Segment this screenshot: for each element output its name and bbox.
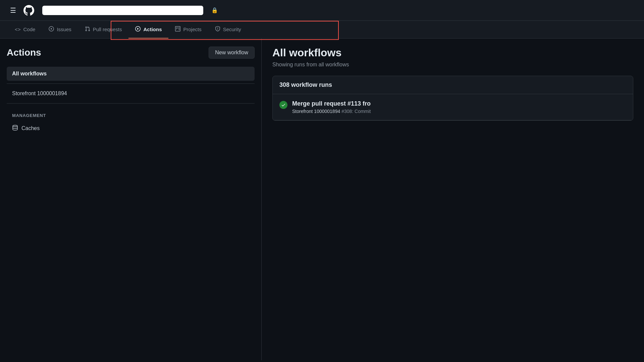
projects-icon <box>175 26 180 33</box>
right-panel-subtitle: Showing runs from all workflows <box>272 62 633 68</box>
tab-projects-label: Projects <box>183 26 201 32</box>
nav-tabs: <> Code Issues Pull requests Actions Pro… <box>0 21 644 39</box>
github-logo <box>23 5 34 16</box>
caches-icon <box>12 125 18 132</box>
tab-issues[interactable]: Issues <box>42 21 78 39</box>
right-panel: All workflows Showing runs from all work… <box>262 39 644 360</box>
main-content: Actions New workflow All workflows Store… <box>0 39 644 360</box>
new-workflow-button[interactable]: New workflow <box>209 47 255 59</box>
run-status-success-icon <box>279 101 287 109</box>
run-subtitle-rest: #308: Commit <box>341 109 371 114</box>
workflow-runs-card: 308 workflow runs Merge pull request #11… <box>272 76 633 121</box>
tab-projects[interactable]: Projects <box>168 21 208 39</box>
issues-icon <box>49 26 54 33</box>
sidebar-divider-2 <box>7 103 255 104</box>
run-info: Merge pull request #113 fro Storefront 1… <box>292 100 626 114</box>
svg-point-1 <box>51 28 52 29</box>
tab-code-label: Code <box>23 26 36 32</box>
workflow-runs-count: 308 workflow runs <box>273 76 633 94</box>
tab-actions-label: Actions <box>143 26 162 32</box>
tab-security-label: Security <box>223 26 241 32</box>
actions-icon <box>135 26 141 33</box>
tab-code[interactable]: <> Code <box>8 21 42 38</box>
sidebar-item-all-workflows[interactable]: All workflows <box>7 67 255 81</box>
right-panel-title: All workflows <box>272 47 633 59</box>
table-row[interactable]: Merge pull request #113 fro Storefront 1… <box>273 94 633 120</box>
run-subtitle: Storefront 1000001894 #308: Commit <box>292 109 626 114</box>
sidebar-item-storefront[interactable]: Storefront 1000001894 <box>7 86 255 101</box>
security-icon <box>215 26 220 33</box>
tab-actions[interactable]: Actions <box>128 21 168 39</box>
tab-pull-requests-label: Pull requests <box>93 26 122 32</box>
caches-label: Caches <box>21 125 40 131</box>
pull-requests-icon <box>85 26 90 33</box>
sidebar-divider-1 <box>7 83 255 84</box>
tab-pull-requests[interactable]: Pull requests <box>78 21 129 39</box>
run-title: Merge pull request #113 fro <box>292 100 626 107</box>
header: ☰ 🔒 <box>0 0 644 21</box>
sidebar-item-caches[interactable]: Caches <box>7 121 255 136</box>
tab-security[interactable]: Security <box>208 21 248 39</box>
run-workflow-name: Storefront 1000001894 <box>292 109 340 114</box>
repo-name-bar <box>42 6 203 15</box>
sidebar: Actions New workflow All workflows Store… <box>0 39 262 360</box>
sidebar-section-management: Management <box>7 108 255 121</box>
tab-issues-label: Issues <box>57 26 71 32</box>
code-icon: <> <box>15 26 21 32</box>
sidebar-header: Actions New workflow <box>7 47 255 59</box>
lock-icon: 🔒 <box>211 7 218 13</box>
svg-point-2 <box>13 125 17 127</box>
sidebar-title: Actions <box>7 47 41 58</box>
menu-icon[interactable]: ☰ <box>8 4 18 16</box>
